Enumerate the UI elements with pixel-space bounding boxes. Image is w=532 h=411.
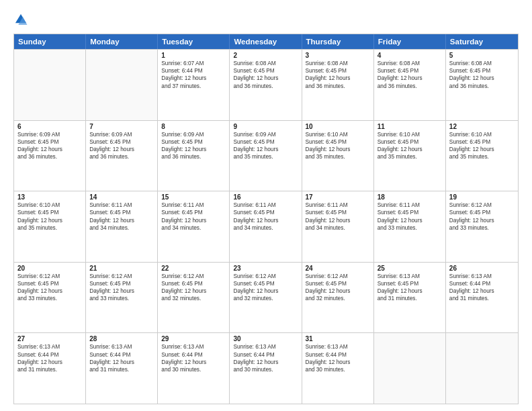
cal-cell: 5Sunrise: 6:08 AMSunset: 6:45 PMDaylight… <box>446 50 518 120</box>
day-info: Sunrise: 6:13 AMSunset: 6:45 PMDaylight:… <box>378 273 442 303</box>
day-info: Sunrise: 6:13 AMSunset: 6:44 PMDaylight:… <box>306 343 370 373</box>
day-number: 10 <box>306 123 370 130</box>
cal-cell: 17Sunrise: 6:11 AMSunset: 6:45 PMDayligh… <box>302 191 374 262</box>
cal-cell: 8Sunrise: 6:09 AMSunset: 6:45 PMDaylight… <box>158 121 230 191</box>
cal-cell: 30Sunrise: 6:13 AMSunset: 6:44 PMDayligh… <box>230 333 302 404</box>
cal-cell: 10Sunrise: 6:10 AMSunset: 6:45 PMDayligh… <box>302 121 374 191</box>
cal-cell: 13Sunrise: 6:10 AMSunset: 6:45 PMDayligh… <box>14 191 86 262</box>
week-row-2: 6Sunrise: 6:09 AMSunset: 6:45 PMDaylight… <box>14 120 518 191</box>
week-row-5: 27Sunrise: 6:13 AMSunset: 6:44 PMDayligh… <box>14 332 518 404</box>
day-number: 30 <box>233 335 298 342</box>
day-info: Sunrise: 6:12 AMSunset: 6:45 PMDaylight:… <box>233 273 298 303</box>
day-info: Sunrise: 6:09 AMSunset: 6:45 PMDaylight:… <box>161 131 226 161</box>
cal-cell: 6Sunrise: 6:09 AMSunset: 6:45 PMDaylight… <box>14 121 86 191</box>
day-number: 5 <box>449 52 515 59</box>
day-info: Sunrise: 6:10 AMSunset: 6:45 PMDaylight:… <box>449 131 515 161</box>
cal-cell: 29Sunrise: 6:13 AMSunset: 6:44 PMDayligh… <box>158 333 230 404</box>
header-day-sunday: Sunday <box>14 34 86 49</box>
cal-cell: 25Sunrise: 6:13 AMSunset: 6:45 PMDayligh… <box>374 263 446 333</box>
cal-cell: 19Sunrise: 6:12 AMSunset: 6:45 PMDayligh… <box>446 191 518 262</box>
day-info: Sunrise: 6:12 AMSunset: 6:45 PMDaylight:… <box>89 273 154 303</box>
day-number: 23 <box>233 265 298 272</box>
day-info: Sunrise: 6:07 AMSunset: 6:44 PMDaylight:… <box>161 60 226 90</box>
cal-cell: 12Sunrise: 6:10 AMSunset: 6:45 PMDayligh… <box>446 121 518 191</box>
week-row-3: 13Sunrise: 6:10 AMSunset: 6:45 PMDayligh… <box>14 191 518 262</box>
day-number: 11 <box>378 123 442 130</box>
day-number: 29 <box>161 335 226 342</box>
day-info: Sunrise: 6:11 AMSunset: 6:45 PMDaylight:… <box>233 201 298 232</box>
day-info: Sunrise: 6:08 AMSunset: 6:45 PMDaylight:… <box>306 60 370 90</box>
logo-icon <box>13 12 28 27</box>
day-number: 17 <box>306 193 370 201</box>
day-number: 12 <box>449 123 515 130</box>
header <box>13 12 519 27</box>
day-info: Sunrise: 6:13 AMSunset: 6:44 PMDaylight:… <box>233 343 298 373</box>
day-number: 26 <box>449 265 515 272</box>
header-day-tuesday: Tuesday <box>158 34 230 49</box>
header-day-thursday: Thursday <box>302 34 374 49</box>
day-number: 18 <box>378 193 442 201</box>
cal-cell: 31Sunrise: 6:13 AMSunset: 6:44 PMDayligh… <box>302 333 374 404</box>
day-number: 27 <box>17 335 82 342</box>
day-info: Sunrise: 6:12 AMSunset: 6:45 PMDaylight:… <box>161 273 226 303</box>
cal-cell <box>374 333 446 404</box>
day-info: Sunrise: 6:13 AMSunset: 6:44 PMDaylight:… <box>89 343 154 373</box>
header-day-wednesday: Wednesday <box>230 34 302 49</box>
day-number: 20 <box>17 265 82 272</box>
day-info: Sunrise: 6:09 AMSunset: 6:45 PMDaylight:… <box>233 131 298 161</box>
day-info: Sunrise: 6:13 AMSunset: 6:44 PMDaylight:… <box>161 343 226 373</box>
cal-cell: 27Sunrise: 6:13 AMSunset: 6:44 PMDayligh… <box>14 333 86 404</box>
day-info: Sunrise: 6:10 AMSunset: 6:45 PMDaylight:… <box>17 201 82 232</box>
day-number: 1 <box>161 52 226 59</box>
calendar-body: 1Sunrise: 6:07 AMSunset: 6:44 PMDaylight… <box>14 49 518 404</box>
day-number: 24 <box>306 265 370 272</box>
day-info: Sunrise: 6:10 AMSunset: 6:45 PMDaylight:… <box>306 131 370 161</box>
day-info: Sunrise: 6:11 AMSunset: 6:45 PMDaylight:… <box>378 201 442 232</box>
day-info: Sunrise: 6:13 AMSunset: 6:44 PMDaylight:… <box>17 343 82 373</box>
header-day-saturday: Saturday <box>446 34 518 49</box>
day-number: 19 <box>449 193 515 201</box>
cal-cell: 2Sunrise: 6:08 AMSunset: 6:45 PMDaylight… <box>230 50 302 120</box>
week-row-1: 1Sunrise: 6:07 AMSunset: 6:44 PMDaylight… <box>14 49 518 120</box>
day-info: Sunrise: 6:13 AMSunset: 6:44 PMDaylight:… <box>449 273 515 303</box>
cal-cell: 7Sunrise: 6:09 AMSunset: 6:45 PMDaylight… <box>86 121 158 191</box>
day-number: 31 <box>306 335 370 342</box>
day-info: Sunrise: 6:09 AMSunset: 6:45 PMDaylight:… <box>17 131 82 161</box>
day-info: Sunrise: 6:11 AMSunset: 6:45 PMDaylight:… <box>89 201 154 232</box>
day-number: 13 <box>17 193 82 201</box>
cal-cell: 18Sunrise: 6:11 AMSunset: 6:45 PMDayligh… <box>374 191 446 262</box>
cal-cell: 1Sunrise: 6:07 AMSunset: 6:44 PMDaylight… <box>158 50 230 120</box>
day-number: 6 <box>17 123 82 130</box>
cal-cell: 14Sunrise: 6:11 AMSunset: 6:45 PMDayligh… <box>86 191 158 262</box>
page: SundayMondayTuesdayWednesdayThursdayFrid… <box>0 0 532 411</box>
cal-cell: 9Sunrise: 6:09 AMSunset: 6:45 PMDaylight… <box>230 121 302 191</box>
day-number: 25 <box>378 265 442 272</box>
header-day-friday: Friday <box>374 34 446 49</box>
cal-cell: 21Sunrise: 6:12 AMSunset: 6:45 PMDayligh… <box>86 263 158 333</box>
day-info: Sunrise: 6:08 AMSunset: 6:45 PMDaylight:… <box>449 60 515 90</box>
day-number: 22 <box>161 265 226 272</box>
day-info: Sunrise: 6:12 AMSunset: 6:45 PMDaylight:… <box>449 201 515 232</box>
cal-cell: 3Sunrise: 6:08 AMSunset: 6:45 PMDaylight… <box>302 50 374 120</box>
day-info: Sunrise: 6:09 AMSunset: 6:45 PMDaylight:… <box>89 131 154 161</box>
day-number: 8 <box>161 123 226 130</box>
cal-cell: 23Sunrise: 6:12 AMSunset: 6:45 PMDayligh… <box>230 263 302 333</box>
cal-cell <box>446 333 518 404</box>
day-number: 21 <box>89 265 154 272</box>
calendar-header: SundayMondayTuesdayWednesdayThursdayFrid… <box>14 34 518 49</box>
cal-cell: 26Sunrise: 6:13 AMSunset: 6:44 PMDayligh… <box>446 263 518 333</box>
logo <box>13 12 31 27</box>
day-info: Sunrise: 6:11 AMSunset: 6:45 PMDaylight:… <box>161 201 226 232</box>
day-number: 28 <box>89 335 154 342</box>
day-number: 4 <box>378 52 442 59</box>
day-number: 9 <box>233 123 298 130</box>
cal-cell: 11Sunrise: 6:10 AMSunset: 6:45 PMDayligh… <box>374 121 446 191</box>
day-number: 14 <box>89 193 154 201</box>
cal-cell: 16Sunrise: 6:11 AMSunset: 6:45 PMDayligh… <box>230 191 302 262</box>
day-info: Sunrise: 6:10 AMSunset: 6:45 PMDaylight:… <box>378 131 442 161</box>
cal-cell: 22Sunrise: 6:12 AMSunset: 6:45 PMDayligh… <box>158 263 230 333</box>
cal-cell: 28Sunrise: 6:13 AMSunset: 6:44 PMDayligh… <box>86 333 158 404</box>
day-number: 3 <box>306 52 370 59</box>
day-number: 7 <box>89 123 154 130</box>
week-row-4: 20Sunrise: 6:12 AMSunset: 6:45 PMDayligh… <box>14 262 518 333</box>
